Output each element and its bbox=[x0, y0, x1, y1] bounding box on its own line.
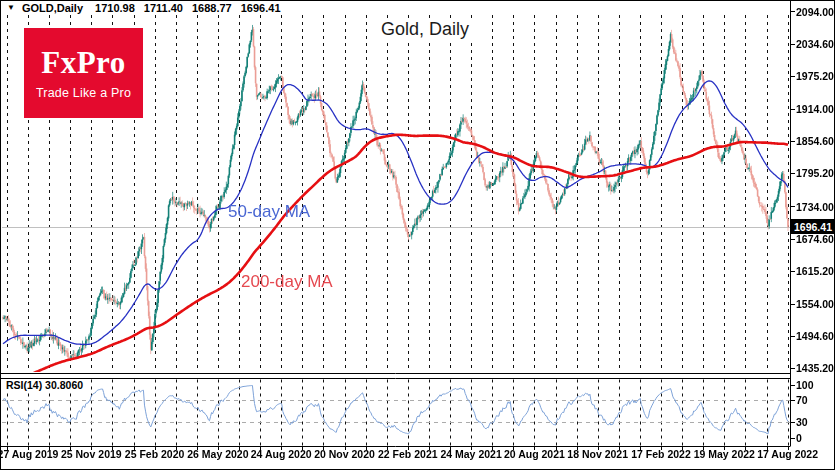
date-tick-label: 22 Feb 2021 bbox=[378, 448, 438, 460]
date-tick-label: 17 Aug 2022 bbox=[757, 448, 818, 460]
chart-header: ▼ GOLD,Daily 1710.98 1711.40 1688.77 169… bbox=[5, 1, 296, 14]
logo-brand-text: FxPro bbox=[41, 47, 126, 78]
date-tick-label: 25 Feb 2020 bbox=[125, 448, 185, 460]
rsi-tick-label: 100 bbox=[796, 379, 814, 391]
date-tick-label: 24 Aug 2020 bbox=[251, 448, 312, 460]
date-tick-label: 26 May 2020 bbox=[187, 448, 248, 460]
ma200-label: 200-day MA bbox=[241, 272, 333, 292]
symbol-dropdown-icon[interactable]: ▼ bbox=[7, 4, 15, 12]
rsi-name: RSI(14) bbox=[6, 379, 42, 391]
rsi-tick-label: 30 bbox=[796, 416, 808, 428]
trading-chart-window: ▼ GOLD,Daily 1710.98 1711.40 1688.77 169… bbox=[0, 0, 835, 470]
high-value: 1711.40 bbox=[144, 2, 183, 14]
date-tick-label: 27 Aug 2019 bbox=[0, 448, 58, 460]
date-tick-label: 17 Feb 2022 bbox=[631, 448, 691, 460]
date-tick-label: 18 Nov 2021 bbox=[567, 448, 628, 460]
rsi-tick-label: 0 bbox=[796, 432, 802, 444]
fxpro-logo: FxPro Trade Like a Pro bbox=[24, 28, 143, 118]
rsi-indicator-label: RSI(14) 30.8060 bbox=[5, 379, 86, 391]
open-value: 1710.98 bbox=[95, 2, 135, 14]
rsi-axis[interactable]: 10070300 bbox=[796, 0, 835, 470]
date-axis[interactable]: 27 Aug 201925 Nov 201925 Feb 202026 May … bbox=[0, 448, 835, 464]
close-value: 1696.41 bbox=[241, 2, 281, 14]
symbol-label: GOLD,Daily bbox=[22, 2, 83, 14]
current-price-badge: 1696.41 bbox=[791, 219, 835, 234]
date-tick-label: 24 May 2021 bbox=[440, 448, 501, 460]
date-tick-label: 19 May 2022 bbox=[694, 448, 755, 460]
date-tick-label: 20 Nov 2020 bbox=[314, 448, 375, 460]
low-value: 1688.77 bbox=[192, 2, 232, 14]
ma50-label: 50-day MA bbox=[228, 202, 310, 222]
chart-title: Gold, Daily bbox=[374, 18, 476, 41]
logo-tagline: Trade Like a Pro bbox=[36, 86, 131, 100]
date-tick-label: 20 Aug 2021 bbox=[504, 448, 565, 460]
rsi-tick-label: 70 bbox=[796, 394, 808, 406]
date-tick-label: 25 Nov 2019 bbox=[61, 448, 122, 460]
rsi-value: 30.8060 bbox=[45, 379, 83, 391]
